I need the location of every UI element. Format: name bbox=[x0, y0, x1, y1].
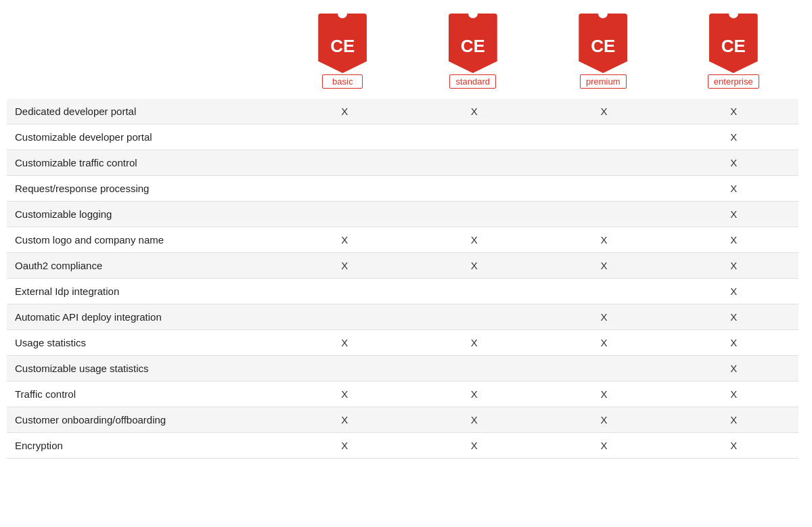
plan-name-basic: basic bbox=[322, 74, 363, 89]
cell-standard bbox=[409, 279, 539, 304]
ce-tag-enterprise: CE bbox=[709, 14, 758, 73]
cell-basic bbox=[279, 176, 409, 202]
ce-badge-premium: CE premium bbox=[576, 14, 630, 89]
comparison-table: Dedicated developer portalXXXXCustomizab… bbox=[7, 99, 798, 459]
cell-standard: X bbox=[409, 433, 539, 459]
feature-label: Custom logo and company name bbox=[7, 227, 279, 253]
cell-basic: X bbox=[279, 330, 409, 356]
cell-enterprise: X bbox=[669, 150, 798, 176]
check-mark: X bbox=[600, 311, 607, 323]
check-mark: X bbox=[730, 388, 737, 400]
check-mark: X bbox=[730, 157, 737, 168]
cell-enterprise: X bbox=[669, 407, 798, 433]
table-row: Customizable developer portalX bbox=[7, 124, 798, 150]
check-mark: X bbox=[600, 440, 607, 451]
check-mark: X bbox=[730, 208, 737, 220]
feature-label: Encryption bbox=[7, 433, 279, 459]
cell-premium bbox=[539, 356, 669, 382]
cell-premium bbox=[539, 124, 669, 150]
check-mark: X bbox=[341, 440, 348, 451]
check-mark: X bbox=[471, 337, 478, 348]
cell-basic: X bbox=[279, 227, 409, 253]
cell-enterprise: X bbox=[669, 124, 798, 150]
check-mark: X bbox=[341, 337, 348, 348]
cell-basic bbox=[279, 304, 409, 330]
cell-standard: X bbox=[409, 382, 539, 407]
cell-premium: X bbox=[539, 227, 669, 253]
check-mark: X bbox=[730, 440, 737, 451]
check-mark: X bbox=[730, 234, 737, 246]
cell-premium: X bbox=[539, 382, 669, 407]
check-mark: X bbox=[471, 234, 478, 246]
cell-premium bbox=[539, 150, 669, 176]
check-mark: X bbox=[341, 234, 348, 246]
ce-tag-basic: CE bbox=[318, 14, 367, 73]
feature-label: Customizable developer portal bbox=[7, 124, 279, 150]
cell-enterprise: X bbox=[669, 330, 798, 356]
cell-premium: X bbox=[539, 253, 669, 279]
check-mark: X bbox=[600, 337, 607, 348]
cell-enterprise: X bbox=[669, 279, 798, 304]
cell-standard: X bbox=[409, 330, 539, 356]
check-mark: X bbox=[471, 414, 478, 426]
check-mark: X bbox=[730, 363, 737, 374]
table-row: Customizable loggingX bbox=[7, 202, 798, 227]
plan-header-enterprise: CE enterprise bbox=[669, 14, 799, 92]
plan-header-premium: CE premium bbox=[538, 14, 669, 92]
cell-standard bbox=[409, 304, 539, 330]
cell-enterprise: X bbox=[669, 382, 798, 407]
page-container: CE basic CE standard CE bbox=[0, 0, 812, 472]
ce-badge-enterprise: CE enterprise bbox=[706, 14, 761, 89]
cell-basic bbox=[279, 279, 409, 304]
table-row: Usage statisticsXXXX bbox=[7, 330, 798, 356]
cell-enterprise: X bbox=[669, 202, 798, 227]
cell-premium: X bbox=[539, 433, 669, 459]
feature-label: Request/response processing bbox=[7, 176, 279, 202]
feature-label: Customizable logging bbox=[7, 202, 279, 227]
check-mark: X bbox=[600, 106, 607, 117]
plan-name-premium: premium bbox=[580, 74, 627, 89]
cell-basic: X bbox=[279, 382, 409, 407]
cell-enterprise: X bbox=[669, 227, 798, 253]
feature-label: Oauth2 compliance bbox=[7, 253, 279, 279]
cell-standard: X bbox=[409, 407, 539, 433]
table-row: Oauth2 complianceXXXX bbox=[7, 253, 798, 279]
plan-header-basic: CE basic bbox=[277, 14, 408, 92]
check-mark: X bbox=[471, 440, 478, 451]
feature-label: Usage statistics bbox=[7, 330, 279, 356]
plan-name-standard: standard bbox=[449, 74, 496, 89]
cell-enterprise: X bbox=[669, 433, 798, 459]
table-row: Customer onboarding/offboardingXXXX bbox=[7, 407, 798, 433]
check-mark: X bbox=[600, 388, 607, 400]
check-mark: X bbox=[600, 234, 607, 246]
check-mark: X bbox=[730, 311, 737, 323]
ce-badge-standard: CE standard bbox=[446, 14, 500, 89]
ce-badge-basic: CE basic bbox=[315, 14, 369, 89]
cell-standard bbox=[409, 124, 539, 150]
cell-standard bbox=[409, 150, 539, 176]
check-mark: X bbox=[341, 106, 348, 117]
cell-premium bbox=[539, 279, 669, 304]
cell-standard: X bbox=[409, 99, 539, 124]
cell-standard bbox=[409, 176, 539, 202]
table-row: Customizable traffic controlX bbox=[7, 150, 798, 176]
table-row: Custom logo and company nameXXXX bbox=[7, 227, 798, 253]
cell-basic bbox=[279, 124, 409, 150]
cell-basic bbox=[279, 150, 409, 176]
cell-basic bbox=[279, 202, 409, 227]
check-mark: X bbox=[730, 131, 737, 143]
check-mark: X bbox=[600, 414, 607, 426]
check-mark: X bbox=[730, 337, 737, 348]
feature-label: External Idp integration bbox=[7, 279, 279, 304]
check-mark: X bbox=[730, 414, 737, 426]
ce-label-enterprise: CE bbox=[721, 36, 746, 57]
table-row: External Idp integrationX bbox=[7, 279, 798, 304]
cell-basic: X bbox=[279, 253, 409, 279]
table-row: Dedicated developer portalXXXX bbox=[7, 99, 798, 124]
check-mark: X bbox=[341, 260, 348, 271]
table-row: Traffic controlXXXX bbox=[7, 382, 798, 407]
cell-premium: X bbox=[539, 304, 669, 330]
check-mark: X bbox=[471, 106, 478, 117]
feature-label: Dedicated developer portal bbox=[7, 99, 279, 124]
cell-premium bbox=[539, 202, 669, 227]
